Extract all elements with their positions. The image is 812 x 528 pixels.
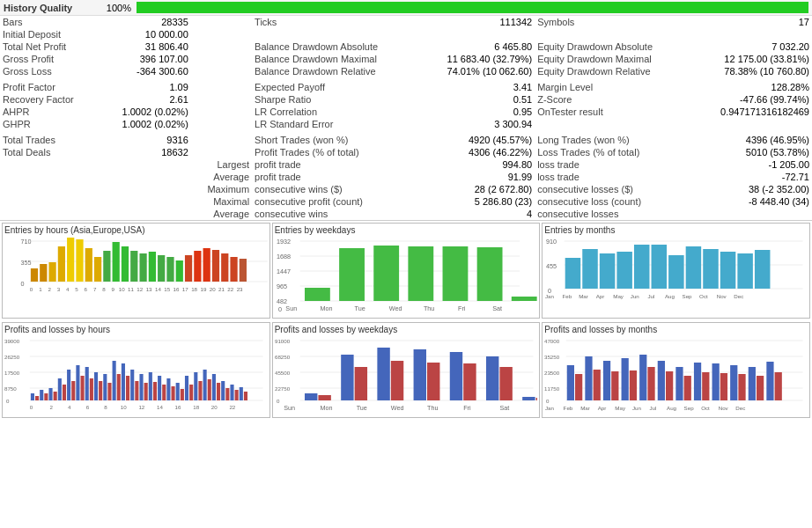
svg-text:Tue: Tue [356,405,366,412]
margin-level-value: 128.28% [690,81,812,93]
svg-rect-12 [85,248,92,282]
svg-rect-22 [176,260,183,282]
gross-loss-label: Gross Loss [0,65,99,77]
expected-payoff-value: 3.41 [418,81,535,93]
svg-text:20: 20 [210,286,216,292]
svg-rect-70 [476,247,502,301]
svg-rect-227 [630,370,637,400]
svg-text:1932: 1932 [277,238,291,246]
svg-rect-141 [130,370,134,400]
svg-text:Sep: Sep [684,405,695,411]
expected-payoff-label: Expected Payoff [252,81,418,93]
profits-months-title: Profits and losses by months [544,325,808,334]
ahpr-value: 1.0002 (0.02%) [99,106,191,118]
svg-rect-119 [31,393,34,400]
svg-text:8: 8 [104,404,107,410]
svg-rect-143 [139,374,143,400]
svg-rect-153 [185,376,188,400]
svg-text:17500: 17500 [4,370,20,376]
svg-text:355: 355 [21,260,32,267]
svg-text:20: 20 [211,404,218,410]
svg-rect-92 [686,246,702,289]
svg-text:47000: 47000 [544,338,560,344]
svg-rect-86 [583,249,599,289]
svg-rect-128 [71,381,75,400]
svg-rect-15 [113,242,120,282]
profit-factor-value: 1.09 [99,81,191,93]
svg-rect-95 [738,253,754,289]
svg-rect-129 [76,365,79,400]
svg-rect-146 [153,382,157,400]
svg-text:6: 6 [86,404,90,410]
consecutive-losses-value: 38 (-2 352.00) [690,183,812,195]
svg-rect-10 [67,238,74,282]
maximum-label: Maximum [191,183,252,195]
svg-rect-191 [341,355,353,400]
balance-drawdown-absolute-value: 6 465.80 [418,40,535,53]
symbols-value: 17 [690,16,812,28]
svg-rect-29 [240,259,247,282]
short-trades-label: Short Trades (won %) [252,134,418,146]
svg-text:4: 4 [68,404,71,410]
svg-text:12: 12 [137,286,143,292]
average2-label: Average [191,208,252,220]
svg-text:Apr: Apr [598,405,607,411]
svg-text:May: May [614,293,625,299]
symbols-label: Symbols [535,16,690,28]
entries-months-title: Entries by months [544,225,808,235]
entries-hours-chart: 710 355 0 [4,237,268,316]
svg-rect-145 [149,372,152,400]
svg-rect-130 [81,376,85,400]
ticks-label: Ticks [252,16,418,28]
svg-rect-136 [107,383,111,400]
svg-rect-221 [575,374,582,400]
lr-standard-error-label: LR Standard Error [252,118,418,130]
svg-text:1688: 1688 [277,253,291,260]
svg-rect-123 [48,388,52,400]
consecutive-wins2-sublabel: consecutive wins [252,208,418,220]
history-quality-value: 100% [92,3,131,13]
svg-rect-121 [40,390,43,400]
svg-rect-148 [162,385,166,400]
svg-text:2: 2 [49,404,53,410]
consecutive-wins-sublabel: consecutive wins ($) [252,183,418,195]
svg-text:7: 7 [93,286,97,292]
equity-drawdown-relative-value: 78.38% (10 760.80) [690,65,812,77]
gross-profit-value: 396 107.00 [99,53,191,65]
svg-text:Dec: Dec [736,405,746,411]
largest-profit-value: 994.80 [418,158,535,171]
profits-weekdays-chart: 91000 68250 45500 22750 0 [275,336,538,415]
entries-months-chart: 910 455 0 [544,237,808,316]
profit-trades-label: Profit Trades (% of total) [252,146,418,158]
svg-rect-126 [63,385,66,400]
svg-rect-27 [221,253,228,282]
consecutive-wins2-value: 4 [418,208,535,220]
svg-rect-229 [648,367,655,400]
svg-rect-120 [35,396,39,400]
lr-standard-error-value: 3 300.94 [418,118,535,130]
svg-rect-194 [390,361,402,400]
svg-rect-93 [704,249,720,289]
recovery-factor-label: Recovery Factor [0,93,99,106]
profit-trades-value: 4306 (46.22%) [418,146,535,158]
total-net-profit-label: Total Net Profit [0,40,99,53]
total-trades-label: Total Trades [0,134,99,146]
svg-text:0: 0 [30,286,33,292]
history-quality-label: History Quality [4,3,92,13]
svg-rect-159 [212,374,216,400]
bars-value: 28335 [99,16,191,28]
svg-rect-225 [612,371,619,400]
svg-rect-8 [48,262,55,282]
ahpr-label: AHPR [0,106,99,118]
history-quality-bar-fill [137,2,808,13]
svg-text:910: 910 [546,238,557,246]
svg-text:39000: 39000 [4,338,20,344]
svg-text:13: 13 [146,286,152,292]
svg-text:May: May [616,405,627,411]
svg-text:Thu: Thu [427,405,438,412]
sharpe-ratio-label: Sharpe Ratio [252,93,418,106]
svg-text:22: 22 [227,286,233,292]
svg-text:14: 14 [157,404,163,410]
svg-text:455: 455 [546,263,557,270]
svg-text:Sat: Sat [499,405,509,412]
